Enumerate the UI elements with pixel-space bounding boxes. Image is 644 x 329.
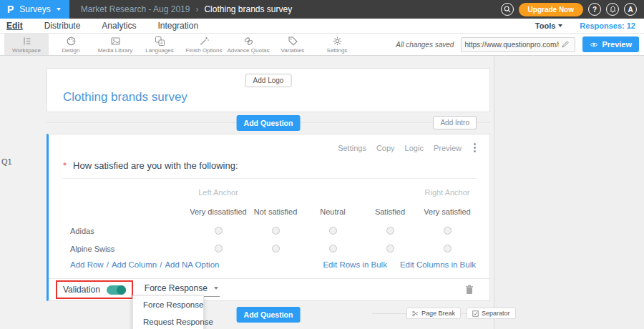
toolbar-item-workspace[interactable]: Workspace <box>4 34 49 55</box>
tab-edit[interactable]: Edit <box>6 21 23 31</box>
search-icon[interactable] <box>501 3 514 16</box>
gear-icon <box>332 36 343 46</box>
menu-item-request-response[interactable]: Request Response <box>133 313 203 329</box>
anchor-row: Left Anchor Right Anchor <box>49 185 489 200</box>
tab-integration[interactable]: Integration <box>157 21 198 31</box>
preview-button[interactable]: Preview <box>582 36 639 52</box>
column-header[interactable]: Very dissatisfied <box>190 207 247 216</box>
chevron-down-icon <box>214 287 218 290</box>
tools-menu[interactable]: Tools <box>535 21 563 30</box>
link-separator: / <box>107 260 109 269</box>
chevron-down-icon <box>57 8 61 11</box>
radio-button[interactable] <box>386 227 394 235</box>
row-label[interactable]: Adidas <box>49 227 190 235</box>
row-label[interactable]: Alpine Swiss <box>49 245 190 253</box>
breadcrumb: Market Research - Aug 2019 › Clothing br… <box>81 4 292 14</box>
validation-label: Validation <box>63 285 100 295</box>
edit-url-pencil-icon[interactable] <box>562 41 569 48</box>
question-copy-link[interactable]: Copy <box>376 144 395 152</box>
toolbar-item-variables[interactable]: Variables <box>270 34 315 55</box>
add-na-option-link[interactable]: Add NA Option <box>165 260 219 269</box>
radio-button[interactable] <box>215 245 223 252</box>
workspace-icon <box>21 36 32 46</box>
toolbar-label: Advance Quotas <box>227 47 269 54</box>
toolbar-label: Media Library <box>98 47 132 54</box>
toolbar-item-finish-options[interactable]: Finish Options <box>182 34 226 55</box>
survey-header-card: Add Logo Clothing brands survey <box>47 68 490 112</box>
radio-button[interactable] <box>329 227 337 235</box>
add-question-button[interactable]: Add Question <box>237 115 301 131</box>
toolbar-item-advance-quotas[interactable]: Advance Quotas <box>226 34 270 55</box>
help-button[interactable]: ? <box>588 3 601 16</box>
translate-icon: A <box>155 36 165 46</box>
add-intro-button[interactable]: Add Intro <box>433 116 477 129</box>
question-text[interactable]: How satisfied are you with the following… <box>73 160 238 171</box>
toolbar-label: Workspace <box>12 47 41 54</box>
column-header[interactable]: Neutral <box>304 207 361 216</box>
question-preview-link[interactable]: Preview <box>434 144 462 152</box>
delete-question-trash-icon[interactable] <box>465 285 474 295</box>
surveys-product-menu[interactable]: P Surveys <box>0 0 69 19</box>
insert-strip: Add Question Add Intro <box>47 112 490 134</box>
column-header[interactable]: Not satisfied <box>247 207 304 216</box>
question-logic-link[interactable]: Logic <box>405 144 424 152</box>
add-logo-button[interactable]: Add Logo <box>245 74 292 87</box>
radio-button[interactable] <box>272 227 280 235</box>
matrix-row: Adidas <box>49 223 489 239</box>
add-question-button-bottom[interactable]: Add Question <box>237 307 301 323</box>
column-header[interactable]: Satisfied <box>361 207 419 216</box>
page-break-button[interactable]: Page Break <box>406 308 461 319</box>
questionpro-logo: P <box>7 4 14 15</box>
upgrade-now-button[interactable]: Upgrade Now <box>519 3 583 16</box>
validation-selected-value: Force Response <box>145 283 208 293</box>
question-settings-link[interactable]: Settings <box>338 144 366 152</box>
validation-highlight-box: Validation <box>56 280 133 299</box>
validation-toggle[interactable] <box>107 285 126 295</box>
right-anchor-label: Right Anchor <box>419 188 476 197</box>
avatar[interactable]: A <box>624 3 637 16</box>
notifications-bell-icon[interactable] <box>606 3 619 16</box>
toolbar-item-settings[interactable]: Settings <box>315 34 359 55</box>
survey-nav-bar: Edit Distribute Analytics Integration To… <box>0 19 644 34</box>
survey-url-input[interactable] <box>462 41 562 49</box>
separator-button[interactable]: Separator <box>467 308 516 319</box>
kebab-menu-icon[interactable] <box>472 143 478 152</box>
tag-icon <box>288 36 298 46</box>
eye-icon <box>590 41 598 48</box>
question-actions: Settings Copy Logic Preview <box>338 143 478 152</box>
survey-title[interactable]: Clothing brands survey <box>63 90 187 104</box>
radio-button[interactable] <box>272 245 280 252</box>
top-bar: P Surveys Market Research - Aug 2019 › C… <box>0 0 644 19</box>
edit-rows-bulk-link[interactable]: Edit Rows in Bulk <box>323 260 386 269</box>
radio-button[interactable] <box>444 227 452 235</box>
radio-button[interactable] <box>215 227 223 235</box>
add-row-link[interactable]: Add Row <box>70 260 104 269</box>
toolbar-right: All changes saved Preview <box>396 34 644 55</box>
validation-row: Validation Force Response <box>49 278 489 300</box>
separator-checkbox-icon <box>472 310 479 317</box>
column-header[interactable]: Very satisfied <box>419 207 476 216</box>
toolbar-item-languages[interactable]: A Languages <box>137 34 182 55</box>
tab-analytics[interactable]: Analytics <box>102 21 136 31</box>
toolbar-label: Design <box>62 47 80 54</box>
radio-button[interactable] <box>444 245 452 252</box>
menu-item-force-response[interactable]: Force Response <box>133 296 203 313</box>
radio-button[interactable] <box>329 245 337 252</box>
tab-distribute[interactable]: Distribute <box>44 21 81 31</box>
validation-type-select[interactable]: Force Response <box>143 283 220 297</box>
responses-count[interactable]: Responses: 12 <box>580 21 635 30</box>
breadcrumb-parent[interactable]: Market Research - Aug 2019 <box>81 4 190 14</box>
toolbar-item-media-library[interactable]: Media Library <box>93 34 137 55</box>
radio-button[interactable] <box>386 245 394 252</box>
question-text-row[interactable]: * How satisfied are you with the followi… <box>63 160 477 179</box>
scissors-icon <box>412 310 419 317</box>
breadcrumb-current: Clothing brands survey <box>204 4 292 14</box>
panel-divider <box>494 56 494 329</box>
edit-columns-bulk-link[interactable]: Edit Columns in Bulk <box>400 260 476 269</box>
svg-text:A: A <box>160 41 163 45</box>
toolbar-item-design[interactable]: Design <box>49 34 93 55</box>
editor-toolbar: Workspace Design Media Library A Languag… <box>0 34 644 56</box>
image-icon <box>110 36 121 46</box>
nav-right: Tools Responses: 12 <box>535 21 644 30</box>
add-column-link[interactable]: Add Column <box>112 260 157 269</box>
